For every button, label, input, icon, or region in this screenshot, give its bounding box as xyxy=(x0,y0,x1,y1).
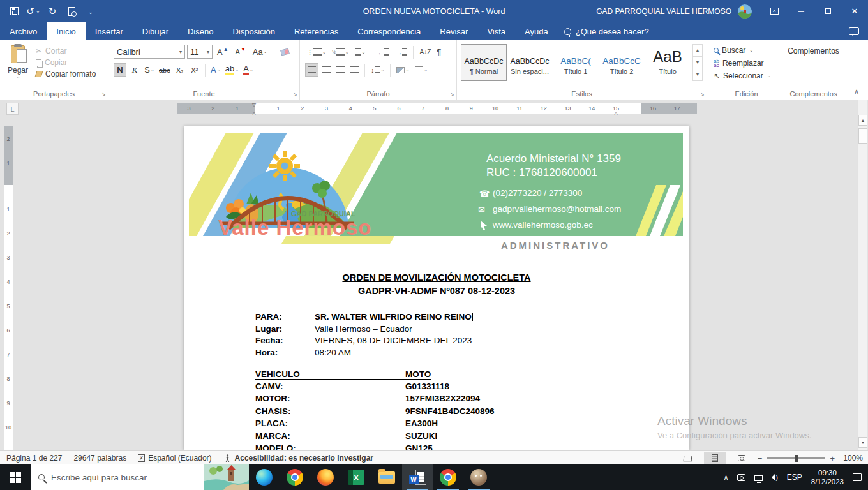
bold-button[interactable]: N xyxy=(114,63,126,77)
zoom-slider[interactable] xyxy=(767,457,825,459)
print-preview-button[interactable] xyxy=(64,4,79,19)
dialog-launcher-icon[interactable]: ↘ xyxy=(700,91,705,97)
scroll-down-button[interactable]: ▼ xyxy=(858,437,867,448)
network-icon[interactable] xyxy=(754,475,763,481)
decrease-indent-button[interactable]: ← xyxy=(375,45,391,59)
text-effects-button[interactable]: A⌄ xyxy=(209,63,222,77)
word-count[interactable]: 29647 palabras xyxy=(73,454,126,463)
minimize-button[interactable]: ─ xyxy=(788,0,814,22)
style-card-titulo1[interactable]: AaBbC( Título 1 xyxy=(553,44,599,81)
styles-scroll-up[interactable]: ▲ xyxy=(693,45,702,57)
avatar[interactable] xyxy=(738,4,752,19)
font-family-select[interactable]: Calibri▾ xyxy=(114,45,185,59)
taskbar-search[interactable]: Escribe aquí para buscar xyxy=(31,464,249,490)
style-card-normal[interactable]: AaBbCcDc ¶ Normal xyxy=(461,44,507,81)
accessibility-status[interactable]: Accesibilidad: es necesario investigar xyxy=(223,454,373,463)
taskbar-firefox[interactable] xyxy=(310,464,341,490)
dialog-launcher-icon[interactable]: ↘ xyxy=(449,91,454,97)
page-count[interactable]: Página 1 de 227 xyxy=(6,454,62,463)
tab-insertar[interactable]: Insertar xyxy=(86,22,133,40)
tab-vista[interactable]: Vista xyxy=(477,22,515,40)
close-button[interactable]: ✕ xyxy=(841,0,868,22)
align-center-button[interactable] xyxy=(320,63,333,77)
borders-button[interactable]: ⌄ xyxy=(413,63,430,77)
redo-button[interactable]: ↻ xyxy=(45,4,60,19)
superscript-button[interactable]: X² xyxy=(188,63,201,77)
tab-disposicion[interactable]: Disposición xyxy=(223,22,284,40)
language-indicator[interactable]: ESP xyxy=(787,473,802,482)
customize-quick-access-button[interactable]: ⌄ xyxy=(83,4,98,19)
proofing-status[interactable]: ✗Español (Ecuador) xyxy=(138,454,211,463)
clear-formatting-button[interactable] xyxy=(278,48,292,56)
taskbar-gimp[interactable] xyxy=(463,464,494,490)
zoom-level[interactable]: 100% xyxy=(840,454,863,463)
zoom-in-button[interactable]: + xyxy=(830,454,835,463)
undo-button[interactable]: ↺⌄ xyxy=(26,4,41,19)
tab-archivo[interactable]: Archivo xyxy=(0,22,47,40)
first-line-indent-marker[interactable]: ▽ xyxy=(252,102,256,108)
replace-button[interactable]: abacReemplazar xyxy=(714,57,786,70)
tab-inicio[interactable]: Inicio xyxy=(47,22,85,40)
numbering-button[interactable]: ½⌄ xyxy=(330,45,351,59)
print-layout-button[interactable] xyxy=(704,452,726,464)
clock[interactable]: 09:30 8/12/2023 xyxy=(811,468,844,487)
highlight-button[interactable]: ab⌄ xyxy=(224,63,240,77)
addins-button[interactable]: Complementos xyxy=(786,47,841,56)
tell-me-box[interactable]: ¿Qué desea hacer? xyxy=(558,22,655,40)
tab-selector[interactable]: L xyxy=(6,103,19,115)
dialog-launcher-icon[interactable]: ↘ xyxy=(101,91,106,97)
tab-ayuda[interactable]: Ayuda xyxy=(515,22,558,40)
sort-button[interactable]: A↓Z xyxy=(417,45,433,59)
collapse-ribbon-button[interactable]: ∧ xyxy=(854,87,859,96)
change-case-button[interactable]: Aa⌄ xyxy=(250,47,270,57)
bullets-button[interactable]: ⋮⌄ xyxy=(305,45,328,59)
tab-correspondencia[interactable]: Correspondencia xyxy=(348,22,430,40)
account-name[interactable]: GAD PARROQUIAL VALLE HERMOSO xyxy=(596,7,731,16)
grow-font-button[interactable]: A▲ xyxy=(214,47,231,57)
copy-button[interactable]: Copiar xyxy=(36,58,96,67)
search-highlight-image[interactable] xyxy=(204,464,249,490)
scroll-up-button[interactable]: ▲ xyxy=(858,115,867,126)
tab-revisar[interactable]: Revisar xyxy=(430,22,477,40)
underline-button[interactable]: S⌄ xyxy=(143,63,156,77)
tab-diseno[interactable]: Diseño xyxy=(178,22,223,40)
action-center-icon[interactable] xyxy=(853,473,862,481)
tab-referencias[interactable]: Referencias xyxy=(285,22,348,40)
font-size-select[interactable]: 11▾ xyxy=(187,45,213,59)
style-card-titulo2[interactable]: AaBbCcC Título 2 xyxy=(599,44,645,81)
multilevel-list-button[interactable]: ⌄ xyxy=(353,45,368,59)
taskbar-explorer[interactable] xyxy=(371,464,402,490)
shading-button[interactable]: ⌄ xyxy=(394,63,411,77)
save-button[interactable] xyxy=(6,4,22,19)
document-page[interactable]: GAD PARROQUIAL Valle Hermoso Acuerdo Min… xyxy=(184,126,689,450)
style-card-sin-espaciado[interactable]: AaBbCcDc Sin espaci... xyxy=(507,44,553,81)
find-button[interactable]: Buscar⌄ xyxy=(714,44,786,57)
ribbon-display-options-button[interactable]: ˄ xyxy=(761,0,788,22)
styles-gallery-more[interactable]: ▼̲ xyxy=(693,68,702,80)
styles-scroll-down[interactable]: ▼ xyxy=(693,57,702,69)
dialog-launcher-icon[interactable]: ↘ xyxy=(292,91,297,97)
zoom-out-button[interactable]: − xyxy=(758,454,763,463)
volume-icon[interactable]: ) xyxy=(772,474,777,481)
feedback-icon[interactable] xyxy=(849,27,859,35)
start-button[interactable] xyxy=(0,464,31,490)
taskbar-edge[interactable] xyxy=(249,464,280,490)
align-right-button[interactable] xyxy=(334,63,347,77)
italic-button[interactable]: K xyxy=(128,63,141,77)
strikethrough-button[interactable]: abc xyxy=(158,63,172,77)
style-card-titulo[interactable]: AaB Título xyxy=(645,44,691,81)
increase-indent-button[interactable]: → xyxy=(393,45,409,59)
pilcrow-button[interactable]: ¶ xyxy=(435,45,443,59)
hanging-indent-marker[interactable]: △ xyxy=(252,110,256,116)
select-button[interactable]: ↖Seleccionar⌄ xyxy=(714,70,786,82)
vertical-ruler[interactable]: 21 12345678910 xyxy=(4,126,13,450)
scrollbar-thumb[interactable] xyxy=(858,128,867,144)
taskbar-chrome-app[interactable] xyxy=(433,464,463,490)
tray-app-icon[interactable] xyxy=(737,474,745,481)
cut-button[interactable]: ✂Cortar xyxy=(36,47,96,56)
vertical-scrollbar[interactable]: ▲ ▼ xyxy=(857,100,867,450)
font-color-button[interactable]: A⌄ xyxy=(242,63,255,77)
taskbar-word[interactable]: W xyxy=(402,464,433,490)
tab-dibujar[interactable]: Dibujar xyxy=(133,22,178,40)
subscript-button[interactable]: X₂ xyxy=(174,63,186,77)
